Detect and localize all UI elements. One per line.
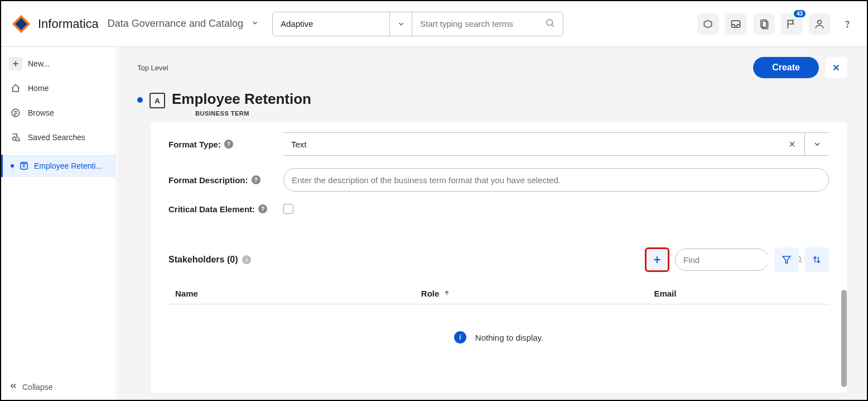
sidebar-tab-label: Employee Retenti... xyxy=(34,161,102,170)
sidebar-new[interactable]: New... xyxy=(1,51,115,76)
sidebar-browse-label: Browse xyxy=(28,108,54,117)
svg-point-2 xyxy=(547,20,553,26)
svg-text:A: A xyxy=(23,164,26,168)
clear-icon[interactable] xyxy=(780,133,804,155)
format-desc-row: Format Description: ? xyxy=(168,168,829,192)
col-header-name[interactable]: Name xyxy=(175,289,421,298)
format-desc-field xyxy=(283,168,829,192)
search-type-select[interactable]: Adaptive xyxy=(273,12,390,36)
sidebar-new-label: New... xyxy=(28,59,50,68)
sort-button[interactable] xyxy=(804,247,829,272)
sidebar-collapse-label: Collapse xyxy=(22,383,52,392)
help-icon[interactable]: ? xyxy=(258,204,267,213)
sidebar-nav: New... Home Browse Saved Searches xyxy=(1,47,115,182)
brand-block: Informatica Data Governance and Catalog xyxy=(10,13,259,35)
page-title-block: A Employee Retention BUSINESS TERM xyxy=(117,83,867,122)
format-type-select[interactable]: Text xyxy=(283,132,829,156)
stakeholders-find-field xyxy=(675,249,769,271)
brand-name: Informatica xyxy=(38,17,99,31)
home-icon xyxy=(9,82,22,95)
close-button[interactable] xyxy=(826,57,847,78)
sidebar-browse[interactable]: Browse xyxy=(1,101,115,125)
search-icon[interactable] xyxy=(545,18,555,30)
stakeholders-find-input[interactable] xyxy=(683,255,789,265)
svg-point-8 xyxy=(847,26,847,27)
sort-asc-icon xyxy=(443,289,450,298)
format-desc-label: Format Description: ? xyxy=(168,175,274,185)
sidebar-home[interactable]: Home xyxy=(1,76,115,101)
svg-point-7 xyxy=(818,20,822,24)
chevron-down-icon[interactable] xyxy=(804,133,829,155)
ticket-icon[interactable] xyxy=(697,13,718,35)
inbox-icon[interactable] xyxy=(725,13,746,35)
help-icon[interactable] xyxy=(837,13,858,35)
stakeholders-toolbar xyxy=(645,247,829,272)
sidebar-tab-employee-retention[interactable]: A Employee Retenti... xyxy=(1,155,115,177)
info-icon: i xyxy=(454,331,466,343)
sidebar-saved-searches[interactable]: Saved Searches xyxy=(1,125,115,150)
suite-dropdown-caret-icon[interactable] xyxy=(251,19,259,28)
help-icon[interactable]: ? xyxy=(252,175,261,184)
table-header-row: Name Role Email xyxy=(168,283,829,304)
stakeholders-table: Name Role Email i Nothing to display. xyxy=(168,283,829,370)
svg-line-3 xyxy=(552,25,553,26)
breadcrumb[interactable]: Top Level xyxy=(137,64,168,72)
col-header-role[interactable]: Role xyxy=(421,289,654,298)
scrollbar[interactable] xyxy=(841,290,847,387)
page-actions: Create xyxy=(753,57,847,78)
search-input[interactable] xyxy=(420,19,545,28)
search-input-wrap xyxy=(412,12,563,36)
svg-rect-18 xyxy=(22,163,26,164)
col-header-role-text: Role xyxy=(421,289,440,298)
collapse-icon xyxy=(9,381,18,392)
col-header-email[interactable]: Email xyxy=(654,289,822,298)
title-text: Employee Retention BUSINESS TERM xyxy=(172,90,311,117)
format-type-label: Format Type: ? xyxy=(168,140,274,149)
suite-name: Data Governance and Catalog xyxy=(108,18,243,30)
sidebar-collapse[interactable]: Collapse xyxy=(1,374,115,400)
filter-button[interactable] xyxy=(774,247,799,272)
cde-checkbox[interactable] xyxy=(283,204,293,214)
stakeholders-title: Stakeholders (0) i xyxy=(168,255,251,265)
saved-search-icon xyxy=(9,131,22,144)
asset-type-icon: A xyxy=(150,93,165,108)
search-type-value: Adaptive xyxy=(281,19,313,28)
stakeholders-header: Stakeholders (0) i xyxy=(168,247,829,272)
page-subtitle: BUSINESS TERM xyxy=(195,110,311,117)
cde-row: Critical Data Element: ? xyxy=(168,204,829,214)
plus-icon xyxy=(9,57,22,70)
add-stakeholder-button[interactable] xyxy=(645,247,669,272)
user-icon[interactable] xyxy=(809,13,830,35)
cde-label: Critical Data Element: ? xyxy=(168,204,274,214)
clipboard-icon[interactable] xyxy=(753,13,774,35)
create-button[interactable]: Create xyxy=(753,57,819,78)
svg-line-27 xyxy=(800,261,802,262)
browse-icon xyxy=(9,106,22,120)
unsaved-dot-icon xyxy=(11,164,14,168)
page-topbar: Top Level Create xyxy=(117,47,867,83)
format-type-label-text: Format Type: xyxy=(168,140,221,149)
flag-icon[interactable]: 43 xyxy=(781,13,802,35)
sidebar-saved-label: Saved Searches xyxy=(28,133,85,142)
stakeholders-title-text: Stakeholders (0) xyxy=(168,255,238,265)
page-title: Employee Retention xyxy=(172,90,311,108)
sidebar: New... Home Browse Saved Searches xyxy=(1,47,116,400)
info-icon[interactable]: i xyxy=(242,255,251,264)
cde-label-text: Critical Data Element: xyxy=(168,204,255,214)
empty-text: Nothing to display. xyxy=(475,333,543,342)
svg-marker-28 xyxy=(783,256,790,263)
format-type-row: Format Type: ? Text xyxy=(168,132,829,156)
svg-line-16 xyxy=(16,140,17,141)
format-desc-input[interactable] xyxy=(284,175,828,185)
unsaved-indicator-icon xyxy=(137,97,143,103)
informatica-logo-icon xyxy=(10,13,32,35)
help-icon[interactable]: ? xyxy=(224,140,233,149)
business-term-icon: A xyxy=(18,160,30,171)
global-search: Adaptive xyxy=(272,12,563,36)
search-type-caret-icon[interactable] xyxy=(390,12,412,36)
app-header: Informatica Data Governance and Catalog … xyxy=(1,1,867,47)
format-type-value: Text xyxy=(283,133,780,155)
table-empty-state: i Nothing to display. xyxy=(168,304,829,370)
svg-point-15 xyxy=(13,137,16,140)
sidebar-home-label: Home xyxy=(28,84,49,93)
